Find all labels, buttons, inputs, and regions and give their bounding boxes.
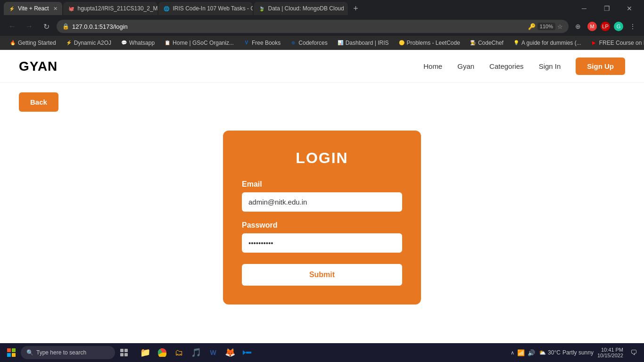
taskbar-app-explorer[interactable]: 📁 xyxy=(138,345,153,360)
tab-label-3: IRIS Code-In 107 Web Tasks - G... xyxy=(173,5,253,12)
password-input[interactable] xyxy=(242,233,402,253)
svg-rect-6 xyxy=(120,353,124,356)
taskbar: 🔍 Type here to search 📁 🗂 🎵 W 🦊 xyxy=(0,343,644,362)
tab-2[interactable]: 🐙 hgupta12/IRIS_211CS130_2_ME... ✕ xyxy=(63,2,157,15)
taskbar-app-spotify[interactable]: 🎵 xyxy=(189,345,204,360)
forward-nav-button[interactable]: → xyxy=(23,20,36,33)
volume-icon[interactable]: 🔊 xyxy=(528,349,535,356)
login-container: LOGIN Email Password Submit xyxy=(0,121,644,304)
bookmark-star-icon[interactable]: ☆ xyxy=(557,23,563,30)
bookmark-label-1: Getting Started xyxy=(18,40,56,46)
extensions-icon[interactable]: ⊕ xyxy=(572,21,584,32)
navbar-links: Home Gyan Categories Sign In Sign Up xyxy=(423,58,625,75)
taskbar-search-bar[interactable]: 🔍 Type here to search xyxy=(21,346,115,359)
tab-close-1[interactable]: ✕ xyxy=(53,6,58,12)
bookmark-label-8: Problems - LeetCode xyxy=(407,40,460,46)
nav-link-signin[interactable]: Sign In xyxy=(539,62,561,70)
zoom-badge: 110% xyxy=(537,23,555,30)
bookmark-favicon-4: 📋 xyxy=(164,40,171,46)
minimize-button[interactable]: ─ xyxy=(573,0,595,17)
tab-active[interactable]: ⚡ Vite + React ✕ xyxy=(4,2,62,15)
tab-3[interactable]: 🌐 IRIS Code-In 107 Web Tasks - G... ✕ xyxy=(158,2,253,15)
grammarly-icon[interactable]: G xyxy=(614,22,623,31)
bookmark-favicon-1: 🔥 xyxy=(9,40,16,46)
bookmark-label-7: Dashboard | IRIS xyxy=(346,40,389,46)
browser-right-icons: ⊕ M LP G ⋮ xyxy=(572,21,638,32)
browser-menu-icon[interactable]: ⋮ xyxy=(627,21,638,32)
bookmark-dynamic-a2oj[interactable]: ⚡ Dynamic A2OJ xyxy=(62,38,115,48)
nav-link-gyan[interactable]: Gyan xyxy=(457,62,474,70)
taskbar-app-firefox[interactable]: 🦊 xyxy=(223,345,238,360)
network-icon[interactable]: 📶 xyxy=(517,349,525,356)
taskbar-clock[interactable]: 10:41 PM 10/15/2022 xyxy=(597,347,623,358)
tab-favicon-4: 🍃 xyxy=(258,5,265,12)
bookmark-freebooks[interactable]: V Free Books xyxy=(239,38,284,48)
weather-temp: 30°C xyxy=(548,349,561,356)
bookmark-gsoc[interactable]: 📋 Home | GSoC Organiz... xyxy=(160,38,238,48)
bookmark-label-2: Dynamic A2OJ xyxy=(74,40,111,46)
nav-link-home[interactable]: Home xyxy=(423,62,442,70)
bookmark-label-3: Whatsapp xyxy=(129,40,155,46)
reload-button[interactable]: ↻ xyxy=(40,20,53,33)
taskbar-app-word[interactable]: W xyxy=(206,345,221,360)
back-nav-button[interactable]: ← xyxy=(6,20,19,33)
close-button[interactable]: ✕ xyxy=(619,0,640,17)
system-tray-icons: ∧ 📶 🔊 xyxy=(511,349,535,356)
taskbar-search-icon: 🔍 xyxy=(26,349,33,356)
login-card: LOGIN Email Password Submit xyxy=(223,131,421,304)
bookmark-getting-started[interactable]: 🔥 Getting Started xyxy=(6,38,60,48)
tab-label-2: hgupta12/IRIS_211CS130_2_ME... xyxy=(77,5,157,12)
svg-rect-1 xyxy=(12,348,16,352)
address-bar[interactable]: 🔒 127.0.0.1:5173/login 🔑 110% ☆ xyxy=(57,20,569,33)
taskbar-app-vscode[interactable] xyxy=(239,345,255,360)
svg-rect-4 xyxy=(120,349,124,352)
taskbar-search-text: Type here to search xyxy=(36,349,86,356)
malwarebytes-icon[interactable]: M xyxy=(587,22,597,31)
notification-button[interactable]: 🗨 xyxy=(627,346,640,359)
bookmark-course[interactable]: ▶ FREE Course on Dyna... xyxy=(587,38,644,48)
key-icon: 🔑 xyxy=(528,23,536,30)
start-button[interactable] xyxy=(4,345,19,360)
address-text: 127.0.0.1:5173/login xyxy=(72,23,525,30)
address-icons: 🔑 110% ☆ xyxy=(528,23,563,30)
taskbar-date-display: 10/15/2022 xyxy=(597,353,623,358)
navbar: GYAN Home Gyan Categories Sign In Sign U… xyxy=(0,50,644,83)
bookmark-label-4: Home | GSoC Organiz... xyxy=(173,40,234,46)
taskbar-app-files[interactable]: 🗂 xyxy=(172,345,187,360)
svg-rect-5 xyxy=(124,349,128,352)
submit-button[interactable]: Submit xyxy=(242,264,402,286)
bookmark-label-5: Free Books xyxy=(252,40,281,46)
bookmark-dashboard-iris[interactable]: 📊 Dashboard | IRIS xyxy=(333,38,393,48)
taskbar-right: ∧ 📶 🔊 ⛅ 30°C Partly sunny 10:41 PM 10/15… xyxy=(511,346,640,359)
nav-link-categories[interactable]: Categories xyxy=(489,62,524,70)
taskbar-app-chrome[interactable] xyxy=(155,345,170,360)
bookmark-favicon-9: 👨‍🍳 xyxy=(470,40,476,46)
task-view-button[interactable] xyxy=(117,345,132,360)
weather-widget[interactable]: ⛅ 30°C Partly sunny xyxy=(539,349,594,356)
password-field-group: Password xyxy=(242,221,402,262)
bookmark-whatsapp[interactable]: 💬 Whatsapp xyxy=(117,38,158,48)
bookmark-codeforces[interactable]: ⊕ Codeforces xyxy=(286,38,331,48)
bookmark-leetcode[interactable]: 🟡 Problems - LeetCode xyxy=(395,38,464,48)
svg-marker-11 xyxy=(243,350,246,355)
bookmarks-bar: 🔥 Getting Started ⚡ Dynamic A2OJ 💬 Whats… xyxy=(0,36,644,50)
back-section: Back xyxy=(0,83,644,121)
back-button[interactable]: Back xyxy=(19,92,58,112)
lock-icon: 🔒 xyxy=(62,23,69,30)
tab-4[interactable]: 🍃 Data | Cloud: MongoDB Cloud ✕ xyxy=(254,2,348,15)
bookmark-codechef[interactable]: 👨‍🍳 CodeChef xyxy=(466,38,507,48)
weather-icon: ⛅ xyxy=(539,349,546,356)
bookmark-favicon-5: V xyxy=(243,40,250,46)
nav-signup-button[interactable]: Sign Up xyxy=(576,58,625,75)
bookmark-label-10: A guide for dummies (... xyxy=(521,40,581,46)
tray-expand-icon[interactable]: ∧ xyxy=(511,350,514,356)
bookmark-guide[interactable]: 💡 A guide for dummies (... xyxy=(509,38,585,48)
bookmark-favicon-2: ⚡ xyxy=(66,40,72,46)
bookmark-label-11: FREE Course on Dyna... xyxy=(599,40,644,46)
lastpass-icon[interactable]: LP xyxy=(601,22,610,31)
new-tab-button[interactable]: + xyxy=(349,2,362,15)
taskbar-apps: 📁 🗂 🎵 W 🦊 xyxy=(138,345,255,360)
maximize-button[interactable]: ❐ xyxy=(596,0,618,17)
email-input[interactable] xyxy=(242,192,402,212)
bookmark-favicon-6: ⊕ xyxy=(290,40,297,46)
